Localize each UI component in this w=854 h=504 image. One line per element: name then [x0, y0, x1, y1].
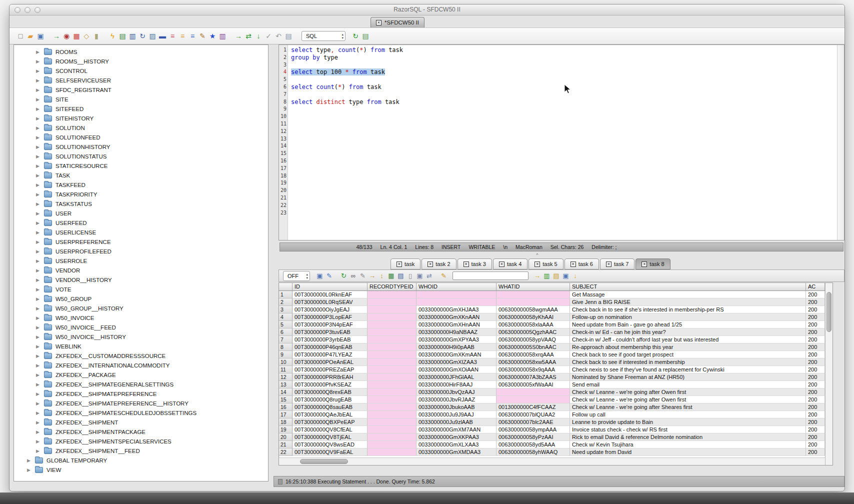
tree-item-site[interactable]: ▶SITE [14, 94, 268, 104]
cell-recordtypeid[interactable] [368, 434, 416, 441]
row-number-cell[interactable]: 10 [279, 358, 292, 366]
disclosure-triangle-icon[interactable]: ▶ [36, 220, 44, 226]
cell-whatid[interactable]: 00630000007A3bZAAS [496, 374, 570, 381]
row-number-cell[interactable]: 19 [279, 426, 292, 434]
cell-whoid[interactable]: 0033000000GmXHJAA3 [416, 306, 496, 314]
cell-whoid[interactable]: 0033000000GmXIZAA3 [416, 358, 496, 366]
disclosure-triangle-icon[interactable]: ▶ [36, 202, 44, 206]
row-limit-select[interactable]: OFF▴▾ [283, 271, 310, 281]
cell-id[interactable]: 00T3000000PRR8rEAH [292, 374, 368, 381]
cell-whoid[interactable]: 0033000000GmXLXAA3 [416, 441, 496, 448]
results-tab-task-6[interactable]: ×task 6 [564, 258, 599, 270]
tree-item-weblink[interactable]: ▶WEBLINK [14, 342, 268, 351]
cell-subject[interactable]: Re-approach about membership this year [570, 344, 806, 351]
validate-check-icon[interactable]: ✓ [264, 31, 274, 41]
view-glasses-icon[interactable]: ∞ [348, 271, 358, 280]
tree-item-sfdc_registrant[interactable]: ▶SFDC_REGISTRANT [14, 85, 268, 94]
cell-recordtypeid[interactable] [368, 351, 416, 358]
cell-subject[interactable]: Check back to see if good target prospec… [570, 351, 806, 358]
tree-item-zkfedex__internationalcommodity[interactable]: ▶ZKFEDEX__INTERNATIONALCOMMODITY [14, 360, 268, 370]
cell-id[interactable]: 00T3000000L0RknEAF [292, 291, 368, 298]
disclosure-triangle-icon[interactable]: ▶ [36, 106, 44, 112]
cell-ac[interactable]: 200 [806, 418, 825, 426]
cell-whoid[interactable]: 0033000000HirF8AAJ [416, 381, 496, 388]
disclosure-triangle-icon[interactable]: ▶ [36, 448, 44, 454]
copy-doc-icon[interactable]: ▨ [148, 31, 158, 41]
disclosure-triangle-icon[interactable]: ▶ [27, 458, 35, 463]
transpose-icon[interactable]: ⇄ [424, 271, 434, 280]
cell-recordtypeid[interactable] [368, 358, 416, 366]
results-tab-task-4[interactable]: ×task 4 [493, 258, 528, 270]
clipboard-icon[interactable]: ▤ [284, 31, 294, 41]
close-tab-icon[interactable]: × [642, 262, 647, 267]
cell-subject[interactable]: Get Massage [570, 291, 806, 298]
disclosure-triangle-icon[interactable]: ▶ [36, 354, 44, 358]
editor-vertical-scrollbar[interactable] [837, 45, 844, 240]
tree-item-w50_group__history[interactable]: ▶W50_GROUP__HISTORY [14, 304, 268, 313]
log-list-icon[interactable]: ▤ [360, 31, 370, 41]
row-number-cell[interactable]: 11 [279, 366, 292, 374]
reload-table-icon[interactable]: ▦ [386, 271, 396, 280]
tree-item-scontrol[interactable]: ▶SCONTROL [14, 66, 268, 76]
cell-subject[interactable]: Check w/ Leanne - we're going after Owen… [570, 388, 806, 396]
cell-ac[interactable]: 200 [806, 298, 825, 306]
export-table-icon[interactable]: ▥ [128, 31, 138, 41]
cell-whatid[interactable] [496, 388, 570, 396]
cell-id[interactable]: 00T3000000Q8rexEAB [292, 388, 368, 396]
cell-whatid[interactable]: 006300000058yd5AAA [496, 441, 570, 448]
tree-item-vendor[interactable]: ▶VENDOR [14, 266, 268, 275]
tree-item-userprofilefeed[interactable]: ▶USERPROFILEFEED [14, 246, 268, 256]
cell-recordtypeid[interactable] [368, 314, 416, 321]
results-table-icon[interactable]: ▤ [118, 31, 128, 41]
cell-id[interactable]: 00T3000000QAeJbEAL [292, 411, 368, 418]
tree-item-taskfeed[interactable]: ▶TASKFEED [14, 180, 268, 190]
db-commit-icon[interactable]: ◉ [62, 31, 72, 41]
results-tab-task-7[interactable]: ×task 7 [600, 258, 634, 270]
cell-whatid[interactable]: 00630000007blQUAA2 [496, 411, 570, 418]
edit-cell-icon[interactable]: ✎ [358, 271, 368, 280]
results-tab-task-2[interactable]: ×task 2 [422, 258, 456, 270]
save-icon[interactable]: ▣ [36, 31, 46, 41]
row-number-cell[interactable]: 7 [279, 336, 292, 344]
row-number-cell[interactable]: 22 [279, 448, 292, 456]
tree-item-sitehistory[interactable]: ▶SITEHISTORY [14, 114, 268, 123]
edit-results-icon[interactable]: ▤ [552, 271, 561, 280]
connect-db-icon[interactable]: → [52, 31, 62, 41]
db-new-icon[interactable]: ◇ [82, 31, 92, 41]
discard-results-icon[interactable]: ▦ [72, 31, 82, 41]
cell-id[interactable]: 00T3000000QV9FaEAL [292, 448, 368, 456]
hscroll-thumb[interactable] [300, 459, 348, 464]
disclosure-triangle-icon[interactable]: ▶ [27, 468, 35, 472]
cell-whoid[interactable]: 0033000000JFhGlAAL [416, 374, 496, 381]
tree-item-solutionfeed[interactable]: ▶SOLUTIONFEED [14, 132, 268, 142]
disclosure-triangle-icon[interactable]: ▶ [36, 88, 44, 92]
row-number-cell[interactable]: 17 [279, 411, 292, 418]
row-number-cell[interactable]: 8 [279, 344, 292, 351]
cell-id[interactable]: 00T3000000QBXPeEAP [292, 418, 368, 426]
cell-recordtypeid[interactable] [368, 426, 416, 434]
row-number-cell[interactable]: 20 [279, 434, 292, 441]
splitter-grip[interactable]: ^ [536, 252, 538, 258]
row-number-cell[interactable]: 9 [279, 351, 292, 358]
disclosure-triangle-icon[interactable]: ▶ [36, 211, 44, 216]
cell-ac[interactable]: 200 [806, 358, 825, 366]
cell-subject[interactable]: Check-in w/ Jeff - couldn't afford last … [570, 336, 806, 344]
cell-recordtypeid[interactable] [368, 291, 416, 298]
cell-subject[interactable]: Need update from Bain - gave go ahead 1/… [570, 321, 806, 328]
tree-item-zkfedex__shipmatepreference[interactable]: ▶ZKFEDEX__SHIPMATEPREFERENCE [14, 389, 268, 398]
cell-ac[interactable]: 200 [806, 374, 825, 381]
table-corner-cell[interactable] [279, 283, 292, 291]
auto-refresh-icon[interactable]: ↻ [350, 31, 360, 41]
cell-whatid[interactable]: 006300000058xlaAAA [496, 321, 570, 328]
tree-item-selfserviceuser[interactable]: ▶SELFSERVICEUSER [14, 76, 268, 85]
cell-whatid[interactable]: 006300000058wgmAAA [496, 306, 570, 314]
zoom-window-button[interactable] [34, 7, 40, 13]
title-bar[interactable]: RazorSQL - SFDCW50 II [10, 4, 844, 16]
cell-subject[interactable]: Check nexis to see if they've found a re… [570, 366, 806, 374]
sql-code-area[interactable]: select type, count(*) from taskgroup by … [288, 45, 837, 240]
disclosure-triangle-icon[interactable]: ▶ [36, 173, 44, 178]
cell-recordtypeid[interactable] [368, 366, 416, 374]
close-tab-icon[interactable]: × [464, 262, 469, 267]
row-number-cell[interactable]: 2 [279, 298, 292, 306]
tree-item-zkfedex__shipment__feed[interactable]: ▶ZKFEDEX__SHIPMENT__FEED [14, 446, 268, 456]
